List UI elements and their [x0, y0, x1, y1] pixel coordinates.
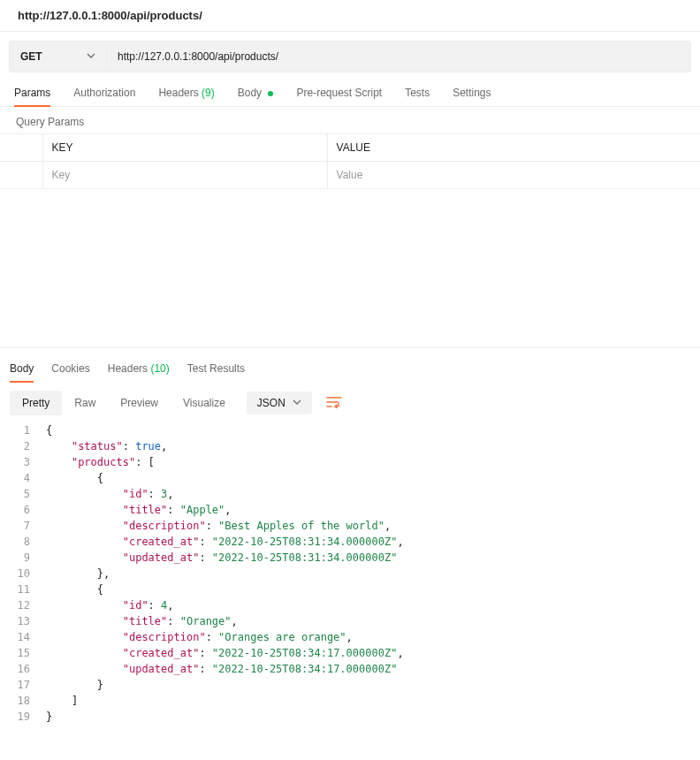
resp-headers-count: (10) [150, 362, 169, 375]
col-key: KEY [42, 134, 327, 162]
resp-headers-label: Headers [108, 362, 148, 375]
format-select[interactable]: JSON [247, 391, 312, 414]
url-input[interactable] [107, 42, 690, 72]
chevron-down-icon [293, 397, 301, 409]
tab-headers-label: Headers [158, 87, 198, 99]
view-pretty[interactable]: Pretty [10, 391, 62, 415]
view-preview[interactable]: Preview [108, 391, 171, 415]
row-handle[interactable] [0, 162, 42, 189]
table-row[interactable]: Key Value [0, 162, 700, 189]
request-row: GET [9, 41, 691, 72]
response-tabs: Body Cookies Headers (10) Test Results [0, 357, 700, 382]
view-visualize[interactable]: Visualize [171, 391, 238, 415]
http-method-label: GET [20, 50, 42, 63]
chevron-down-icon [87, 50, 95, 63]
view-mode-group: Pretty Raw Preview Visualize [10, 391, 238, 415]
tab-params[interactable]: Params [14, 81, 50, 106]
tab-authorization[interactable]: Authorization [73, 81, 135, 106]
drag-handle-col [0, 134, 42, 162]
view-raw[interactable]: Raw [62, 391, 108, 415]
request-title-tab[interactable]: http://127.0.0.1:8000/api/products/ [0, 0, 700, 32]
headers-count: (9) [202, 87, 215, 99]
format-label: JSON [257, 397, 285, 409]
tab-body-label: Body [238, 87, 262, 99]
query-params-table: KEY VALUE Key Value [0, 133, 700, 189]
response-body[interactable]: 1{ 2 "status": true, 3 "products": [ 4 {… [0, 415, 700, 732]
resp-tab-body[interactable]: Body [10, 357, 34, 382]
wrap-icon [326, 396, 342, 411]
tab-prerequest[interactable]: Pre-request Script [296, 81, 382, 106]
tab-settings[interactable]: Settings [453, 81, 491, 106]
request-tabs: Params Authorization Headers (9) Body Pr… [0, 81, 700, 107]
resp-tab-testresults[interactable]: Test Results [187, 357, 245, 382]
spacer [0, 189, 700, 348]
tab-headers[interactable]: Headers (9) [158, 81, 214, 106]
response-toolbar: Pretty Raw Preview Visualize JSON [0, 382, 700, 415]
col-value: VALUE [327, 134, 700, 162]
wrap-lines-button[interactable] [321, 391, 347, 415]
resp-tab-headers[interactable]: Headers (10) [108, 357, 170, 382]
query-params-label: Query Params [0, 107, 700, 133]
key-cell[interactable]: Key [42, 162, 327, 189]
tab-tests[interactable]: Tests [405, 81, 430, 106]
http-method-select[interactable]: GET [10, 42, 107, 72]
tab-body[interactable]: Body [238, 81, 274, 106]
resp-tab-cookies[interactable]: Cookies [51, 357, 89, 382]
body-indicator-dot [268, 91, 273, 96]
value-cell[interactable]: Value [327, 162, 700, 189]
